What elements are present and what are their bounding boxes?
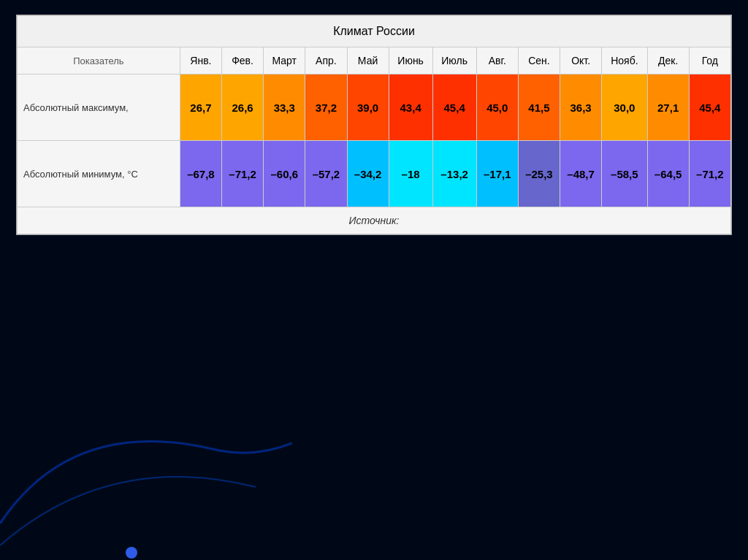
footer-text: Источник: [18,207,731,234]
min-jun: –18 [389,141,432,207]
min-row: Абсолютный минимум, °С –67,8 –71,2 –60,6… [18,141,731,207]
max-jun: 43,4 [389,74,432,141]
min-mar: –60,6 [264,141,305,207]
header-col5: Май [347,47,389,74]
header-col11: Нояб. [602,47,647,74]
climate-table-container: Климат России Показатель Янв. Фев. Март … [16,15,732,235]
max-label: Абсолютный максимум, [18,74,180,141]
min-nov: –58,5 [602,141,647,207]
header-col12: Дек. [647,47,689,74]
max-feb: 26,6 [221,74,263,141]
min-label: Абсолютный минимум, °С [18,141,180,207]
title-row: Климат России [18,16,731,47]
min-jan: –67,8 [180,141,221,207]
max-year: 45,4 [689,74,730,141]
header-col2: Фев. [221,47,263,74]
max-jan: 26,7 [180,74,221,141]
header-col10: Окт. [560,47,602,74]
max-apr: 37,2 [305,74,347,141]
header-col4: Апр. [305,47,347,74]
max-may: 39,0 [347,74,389,141]
min-aug: –17,1 [476,141,518,207]
climate-table: Климат России Показатель Янв. Фев. Март … [17,15,731,234]
header-col7: Июль [432,47,476,74]
min-feb: –71,2 [221,141,263,207]
min-may: –34,2 [347,141,389,207]
header-col0: Показатель [18,47,180,74]
max-dec: 27,1 [647,74,689,141]
min-year: –71,2 [689,141,730,207]
header-col13: Год [689,47,730,74]
max-nov: 30,0 [602,74,647,141]
min-oct: –48,7 [560,141,602,207]
svg-point-0 [126,547,137,559]
footer-row: Источник: [18,207,731,234]
max-jul: 45,4 [432,74,476,141]
header-col1: Янв. [180,47,221,74]
max-row: Абсолютный максимум, 26,7 26,6 33,3 37,2… [18,74,731,141]
header-col6: Июнь [389,47,432,74]
min-apr: –57,2 [305,141,347,207]
header-col3: Март [264,47,305,74]
max-sep: 41,5 [518,74,560,141]
max-aug: 45,0 [476,74,518,141]
min-sep: –25,3 [518,141,560,207]
max-oct: 36,3 [560,74,602,141]
max-mar: 33,3 [264,74,305,141]
header-row: Показатель Янв. Фев. Март Апр. Май Июнь … [18,47,731,74]
header-col9: Сен. [518,47,560,74]
header-col8: Авг. [476,47,518,74]
min-dec: –64,5 [647,141,689,207]
min-jul: –13,2 [432,141,476,207]
table-title: Климат России [18,16,731,47]
